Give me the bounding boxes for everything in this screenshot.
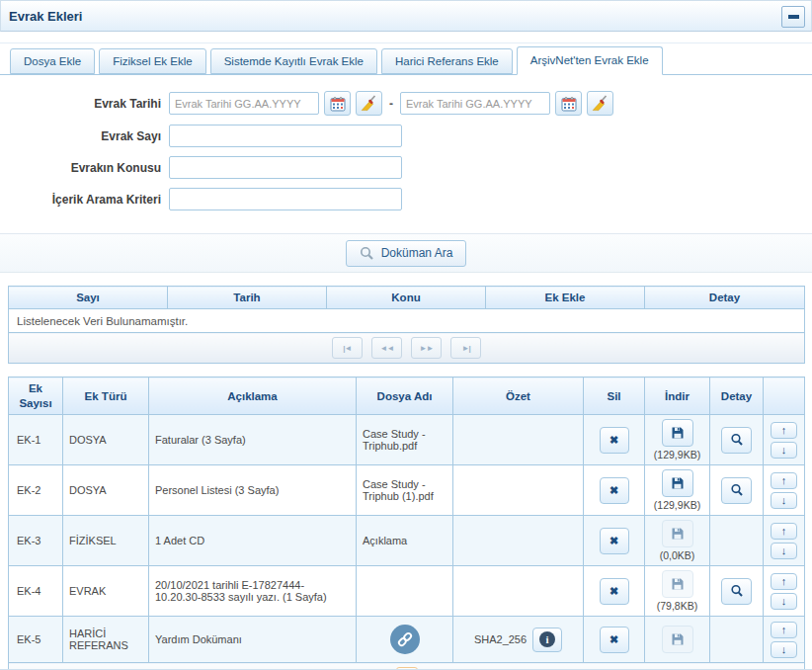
info-button[interactable]: i	[532, 628, 562, 652]
detail-button[interactable]	[721, 477, 752, 504]
last-page-button[interactable]: ►|	[450, 337, 481, 359]
move-up-button[interactable]: ↑	[771, 472, 797, 489]
tab-dosya-ekle[interactable]: Dosya Ekle	[10, 48, 95, 74]
results-pager: |◄ ◄◄ ►► ►|	[9, 333, 805, 364]
tab-harici-referans-ekle[interactable]: Harici Referans Ekle	[381, 48, 513, 74]
delete-button[interactable]: ✖	[600, 477, 629, 504]
delete-button[interactable]: ✖	[600, 627, 629, 653]
dosya-adi: Açıklama	[357, 516, 453, 566]
evrakin-konusu-input[interactable]	[169, 156, 402, 179]
form-row-icerik-arama: İçerik Arama Kriteri	[0, 188, 812, 210]
broom-icon	[361, 95, 377, 112]
search-button-bar: Doküman Ara	[0, 233, 812, 273]
floppy-disk-icon	[671, 476, 685, 490]
icerik-arama-input[interactable]	[169, 188, 402, 210]
move-down-button[interactable]: ↓	[771, 641, 797, 658]
floppy-disk-icon	[671, 577, 685, 591]
evrak-tarihi-end-input[interactable]	[400, 92, 550, 115]
move-up-button[interactable]: ↑	[771, 622, 797, 638]
fast-prev-button[interactable]: ◄◄	[371, 337, 402, 359]
aciklama: Faturalar (3 Sayfa)	[149, 415, 357, 465]
calendar-end-button[interactable]	[555, 91, 582, 116]
results-empty-row: Listelenecek Veri Bulunamamıştır.	[9, 309, 805, 333]
delete-button[interactable]: ✖	[600, 528, 629, 554]
link-icon	[396, 630, 414, 648]
magnifier-icon	[730, 433, 744, 447]
tab-sistemde-kayitli-evrak-ekle[interactable]: Sistemde Kayıtlı Evrak Ekle	[210, 48, 377, 74]
move-down-button[interactable]: ↓	[771, 492, 797, 509]
col-sayi: Sayı	[9, 287, 168, 309]
col-dosya-adi: Dosya Adı	[357, 377, 453, 415]
aciklama: 1 Adet CD	[149, 516, 357, 566]
search-icon	[360, 246, 374, 261]
ek-turu: EVRAK	[63, 566, 149, 617]
dokuman-ara-button[interactable]: Doküman Ara	[346, 240, 467, 267]
calendar-start-button[interactable]	[324, 91, 351, 116]
clear-date-start-button[interactable]	[356, 91, 382, 116]
table-row-ek5: EK-5 HARİCİ REFERANS Yardım Dokümanı SHA…	[9, 617, 805, 663]
detail-button[interactable]	[721, 427, 752, 454]
ozet	[453, 465, 584, 516]
move-down-button[interactable]: ↓	[771, 593, 797, 610]
move-up-button[interactable]: ↑	[771, 573, 797, 590]
delete-button[interactable]: ✖	[600, 427, 629, 454]
dokuman-ara-label: Doküman Ara	[381, 246, 453, 260]
col-sil: Sil	[584, 377, 645, 415]
detail-button[interactable]	[721, 578, 752, 605]
delete-button[interactable]: ✖	[600, 578, 629, 605]
fast-next-button[interactable]: ►►	[411, 337, 442, 359]
col-indir: İndir	[645, 377, 710, 415]
ek-turu: HARİCİ REFERANS	[63, 617, 149, 663]
move-up-button[interactable]: ↑	[771, 523, 797, 540]
tab-panel: Dosya Ekle Fiziksel Ek Ekle Sistemde Kay…	[0, 42, 812, 75]
form-row-evrak-tarihi: Evrak Tarihi -	[0, 91, 812, 116]
info-icon: i	[539, 631, 555, 647]
aciklama: 20/10/2021 tarihli E-17827444-10.20.30-8…	[149, 566, 357, 617]
minimize-icon	[788, 15, 799, 19]
ek-no: EK-4	[9, 566, 63, 617]
ek-no: EK-2	[9, 465, 63, 516]
evrak-tarihi-start-input[interactable]	[169, 92, 319, 115]
col-ozet: Özet	[453, 377, 584, 415]
download-button-disabled	[662, 570, 693, 598]
ek-turu: FİZİKSEL	[63, 516, 149, 566]
file-size: (129,9KB)	[651, 449, 703, 461]
file-size: (79,8KB)	[651, 600, 703, 612]
table-row-ek3: EK-3 FİZİKSEL 1 Adet CD Açıklama ✖ (0,0K…	[9, 516, 805, 566]
col-detay2: Detay	[710, 377, 764, 415]
form-row-evrak-sayi: Evrak Sayı	[0, 125, 812, 147]
search-form: Evrak Tarihi -	[0, 75, 812, 225]
ek-no: EK-1	[9, 415, 63, 465]
clear-date-end-button[interactable]	[587, 91, 613, 116]
ozet-hash-label: SHA2_256	[474, 633, 527, 645]
attachments-pager-row: |◄ ◄◄ 1 ►► ►|	[9, 663, 805, 670]
attachments-pager: |◄ ◄◄ 1 ►► ►|	[9, 663, 805, 670]
move-up-button[interactable]: ↑	[771, 422, 797, 439]
ozet	[453, 566, 584, 617]
col-ek-turu: Ek Türü	[63, 377, 149, 415]
ek-turu: DOSYA	[63, 415, 149, 465]
magnifier-icon	[730, 483, 744, 497]
tab-fiziksel-ek-ekle[interactable]: Fiziksel Ek Ekle	[99, 48, 206, 74]
evrakin-konusu-label: Evrakın Konusu	[0, 161, 161, 175]
page-title: Evrak Ekleri	[9, 9, 82, 24]
move-down-button[interactable]: ↓	[771, 442, 797, 459]
move-down-button[interactable]: ↓	[771, 543, 797, 559]
download-button[interactable]	[662, 419, 693, 447]
download-button[interactable]	[662, 469, 693, 497]
evrak-sayi-input[interactable]	[169, 125, 402, 147]
external-link-button[interactable]	[390, 625, 420, 654]
floppy-disk-icon	[671, 426, 685, 440]
table-row-ek1: EK-1 DOSYA Faturalar (3 Sayfa) Case Stud…	[9, 415, 805, 465]
minimize-button[interactable]	[781, 6, 805, 28]
first-page-button[interactable]: |◄	[332, 337, 363, 359]
attachments-header-row: Ek Sayısı Ek Türü Açıklama Dosya Adı Öze…	[9, 377, 805, 415]
ek-no: EK-3	[9, 516, 63, 566]
tab-arsivnetten-evrak-ekle[interactable]: ArşivNet'ten Evrak Ekle	[517, 46, 663, 75]
col-aciklama: Açıklama	[149, 377, 357, 415]
ozet	[453, 516, 584, 566]
ek-turu: DOSYA	[63, 465, 149, 516]
table-row-ek4: EK-4 EVRAK 20/10/2021 tarihli E-17827444…	[9, 566, 805, 617]
magnifier-icon	[730, 584, 744, 598]
aciklama: Personel Listesi (3 Sayfa)	[149, 465, 357, 516]
